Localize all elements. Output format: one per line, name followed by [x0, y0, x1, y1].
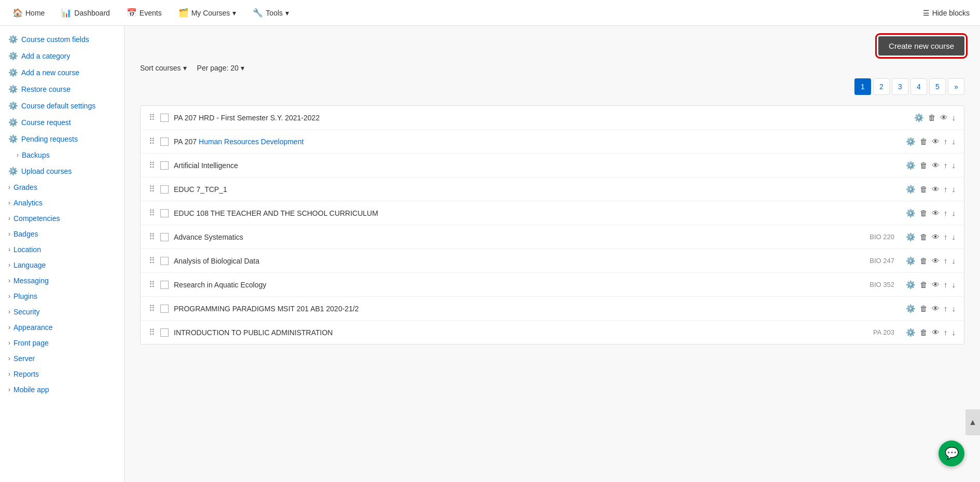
view-icon[interactable]: 👁	[932, 304, 940, 313]
drag-icon[interactable]: ⠿	[149, 184, 155, 194]
sidebar-item-reports[interactable]: ›Reports	[0, 366, 124, 382]
hide-blocks-btn[interactable]: ☰ Hide blocks	[923, 9, 970, 17]
move-up-icon[interactable]: ↑	[944, 256, 948, 265]
view-icon[interactable]: 👁	[932, 232, 940, 241]
sort-courses-button[interactable]: Sort courses ▾	[140, 64, 187, 72]
drag-icon[interactable]: ⠿	[149, 304, 155, 313]
view-icon[interactable]: 👁	[932, 280, 940, 289]
drag-icon[interactable]: ⠿	[149, 208, 155, 218]
chat-button[interactable]: 💬	[938, 440, 964, 466]
view-icon[interactable]: 👁	[932, 161, 940, 170]
sidebar-item-pending-requests[interactable]: ⚙️Pending requests	[0, 131, 124, 147]
sidebar-item-course-custom-fields[interactable]: ⚙️Course custom fields	[0, 31, 124, 48]
page-btn-3[interactable]: 3	[892, 78, 908, 95]
sidebar-item-upload-courses[interactable]: ⚙️Upload courses	[0, 163, 124, 180]
move-up-icon[interactable]: ↑	[944, 185, 948, 194]
create-new-course-button[interactable]: Create new course	[878, 36, 964, 56]
page-btn-5[interactable]: 5	[929, 78, 946, 95]
page-btn-2[interactable]: 2	[873, 78, 890, 95]
sidebar-item-appearance[interactable]: ›Appearance	[0, 320, 124, 335]
course-checkbox[interactable]	[160, 281, 169, 289]
settings-icon[interactable]: ⚙️	[906, 209, 916, 218]
sidebar-item-course-request[interactable]: ⚙️Course request	[0, 114, 124, 131]
move-down-icon[interactable]: ↓	[952, 161, 956, 170]
drag-icon[interactable]: ⠿	[149, 160, 155, 170]
delete-icon[interactable]: 🗑	[920, 280, 928, 289]
view-icon[interactable]: 👁	[932, 185, 940, 194]
page-btn-»[interactable]: »	[948, 78, 964, 95]
move-down-icon[interactable]: ↓	[952, 232, 956, 241]
drag-icon[interactable]: ⠿	[149, 327, 155, 337]
per-page-button[interactable]: Per page: 20 ▾	[197, 64, 244, 72]
move-down-icon[interactable]: ↓	[952, 280, 956, 289]
nav-tools[interactable]: 🔧 Tools ▾	[251, 1, 291, 25]
delete-icon[interactable]: 🗑	[920, 304, 928, 313]
sidebar-item-plugins[interactable]: ›Plugins	[0, 288, 124, 304]
drag-icon[interactable]: ⠿	[149, 232, 155, 242]
move-up-icon[interactable]: ↑	[944, 209, 948, 217]
move-down-icon[interactable]: ↓	[952, 185, 956, 194]
sidebar-item-mobile-app[interactable]: ›Mobile app	[0, 382, 124, 397]
move-up-icon[interactable]: ↑	[944, 232, 948, 241]
delete-icon[interactable]: 🗑	[920, 328, 928, 337]
sidebar-item-language[interactable]: ›Language	[0, 257, 124, 273]
move-down-icon[interactable]: ↓	[952, 328, 956, 337]
drag-icon[interactable]: ⠿	[149, 136, 155, 146]
view-icon[interactable]: 👁	[940, 113, 948, 122]
view-icon[interactable]: 👁	[932, 209, 940, 217]
sidebar-item-course-default-settings[interactable]: ⚙️Course default settings	[0, 98, 124, 114]
drag-icon[interactable]: ⠿	[149, 280, 155, 290]
settings-icon[interactable]: ⚙️	[906, 232, 916, 242]
settings-icon[interactable]: ⚙️	[906, 161, 916, 170]
sidebar-item-security[interactable]: ›Security	[0, 304, 124, 320]
drag-icon[interactable]: ⠿	[149, 256, 155, 266]
course-checkbox[interactable]	[160, 257, 169, 265]
delete-icon[interactable]: 🗑	[920, 161, 928, 170]
move-up-icon[interactable]: ↑	[944, 280, 948, 289]
move-up-icon[interactable]: ↑	[944, 328, 948, 337]
sidebar-item-server[interactable]: ›Server	[0, 351, 124, 366]
move-up-icon[interactable]: ↑	[944, 161, 948, 170]
page-btn-1[interactable]: 1	[854, 78, 871, 95]
move-down-icon[interactable]: ↓	[952, 137, 956, 146]
scroll-top-button[interactable]: ▲	[965, 409, 980, 435]
delete-icon[interactable]: 🗑	[920, 232, 928, 241]
settings-icon[interactable]: ⚙️	[906, 280, 916, 290]
delete-icon[interactable]: 🗑	[920, 137, 928, 146]
move-down-icon[interactable]: ↓	[952, 304, 956, 313]
course-checkbox[interactable]	[160, 161, 169, 170]
nav-events[interactable]: 📅 Events	[125, 1, 164, 25]
move-down-icon[interactable]: ↓	[952, 113, 956, 122]
move-down-icon[interactable]: ↓	[952, 256, 956, 265]
sidebar-item-analytics[interactable]: ›Analytics	[0, 195, 124, 211]
move-up-icon[interactable]: ↑	[944, 137, 948, 146]
sidebar-item-add-a-category[interactable]: ⚙️Add a category	[0, 48, 124, 64]
course-checkbox[interactable]	[160, 305, 169, 313]
settings-icon[interactable]: ⚙️	[906, 256, 916, 266]
delete-icon[interactable]: 🗑	[920, 256, 928, 265]
sidebar-item-front-page[interactable]: ›Front page	[0, 335, 124, 351]
course-checkbox[interactable]	[160, 209, 169, 217]
sidebar-item-badges[interactable]: ›Badges	[0, 226, 124, 242]
sidebar-item-location[interactable]: ›Location	[0, 242, 124, 257]
nav-mycourses[interactable]: 🗂️ My Courses ▾	[176, 1, 239, 25]
delete-icon[interactable]: 🗑	[920, 185, 928, 194]
settings-icon[interactable]: ⚙️	[906, 328, 916, 337]
course-checkbox[interactable]	[160, 185, 169, 194]
view-icon[interactable]: 👁	[932, 137, 940, 146]
sidebar-item-grades[interactable]: ›Grades	[0, 180, 124, 195]
sidebar-item-messaging[interactable]: ›Messaging	[0, 273, 124, 288]
nav-home[interactable]: 🏠 Home	[10, 1, 47, 25]
course-checkbox[interactable]	[160, 137, 169, 146]
sidebar-item-competencies[interactable]: ›Competencies	[0, 211, 124, 226]
course-checkbox[interactable]	[160, 233, 169, 241]
move-down-icon[interactable]: ↓	[952, 209, 956, 217]
delete-icon[interactable]: 🗑	[928, 113, 936, 122]
sidebar-item-backups[interactable]: ›Backups	[0, 147, 124, 163]
settings-icon[interactable]: ⚙️	[906, 137, 916, 146]
settings-icon[interactable]: ⚙️	[914, 113, 924, 122]
sidebar-item-add-a-new-course[interactable]: ⚙️Add a new course	[0, 64, 124, 81]
course-checkbox[interactable]	[160, 114, 169, 122]
move-up-icon[interactable]: ↑	[944, 304, 948, 313]
course-checkbox[interactable]	[160, 328, 169, 337]
